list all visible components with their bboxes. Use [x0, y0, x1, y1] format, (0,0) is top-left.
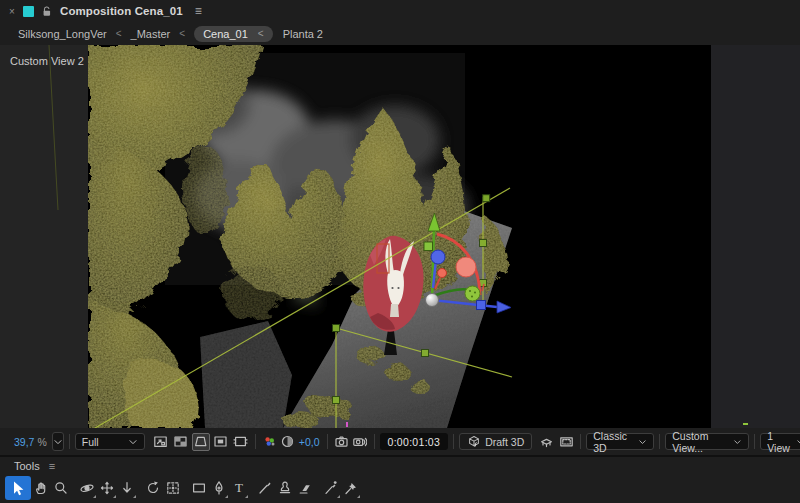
tool-hand[interactable]	[31, 476, 51, 500]
gizmo-small-red-handle[interactable]	[438, 269, 447, 278]
tool-rectangle[interactable]	[189, 476, 209, 500]
breadcrumb-item-root[interactable]: Silksong_LongVer	[18, 28, 107, 40]
draft-3d-button[interactable]: Draft 3D	[459, 433, 532, 450]
close-panel-icon[interactable]: ×	[9, 6, 21, 17]
region-of-interest-icon[interactable]	[212, 433, 230, 451]
tool-dolly-camera[interactable]	[117, 476, 137, 500]
tool-type[interactable]: T	[229, 476, 249, 500]
resolution-icon[interactable]	[279, 433, 297, 451]
breadcrumb-separator: <	[179, 28, 185, 39]
breadcrumb-item-active[interactable]: Cena_01 <	[194, 26, 273, 42]
grid-and-guide-options-icon[interactable]	[152, 433, 170, 451]
show-snapshot-icon[interactable]	[351, 433, 369, 451]
panel-color-swatch	[23, 6, 34, 17]
chevron-down-icon	[796, 437, 800, 447]
extended-viewer-icon[interactable]	[557, 433, 575, 451]
timecode-field[interactable]: 0:00:01:03	[380, 433, 449, 450]
tool-zoom[interactable]	[51, 476, 71, 500]
panel-menu-icon[interactable]: ≡	[195, 4, 202, 18]
draft-3d-label: Draft 3D	[485, 436, 524, 448]
gizmo-x-handle[interactable]	[477, 301, 486, 310]
tool-pan-behind-anchor[interactable]	[163, 476, 183, 500]
panel-title[interactable]: Composition Cena_01	[60, 5, 183, 17]
renderer-value: Classic 3D	[593, 430, 638, 454]
gizmo-rotate-x-handle[interactable]	[456, 257, 476, 277]
tool-orbit-camera[interactable]	[77, 476, 97, 500]
tool-rotation[interactable]	[143, 476, 163, 500]
tools-panel-menu-icon[interactable]: ≡	[49, 460, 55, 472]
pasteboard-left	[0, 45, 88, 428]
exposure-value[interactable]: +0,0	[299, 436, 320, 448]
breadcrumb-separator: <	[116, 28, 122, 39]
magnification-dropdown[interactable]: Full	[75, 433, 145, 450]
gizmo-green-handle[interactable]	[465, 286, 480, 301]
draft-3d-cube-icon	[467, 435, 481, 449]
green-tick	[743, 423, 748, 425]
tool-roto-brush[interactable]	[321, 476, 341, 500]
view-label: Custom View 2	[10, 55, 84, 67]
chevron-down-icon	[638, 437, 647, 447]
renderer-dropdown[interactable]: Classic 3D	[586, 433, 654, 450]
chevron-down-icon	[128, 437, 138, 447]
tools-panel-title: Tools	[14, 460, 40, 472]
tool-selection[interactable]	[5, 476, 31, 500]
magenta-tick	[346, 422, 348, 427]
composition-viewport[interactable]: Custom View 2	[0, 45, 800, 429]
tools-row: T	[0, 474, 800, 501]
breadcrumb-separator: <	[258, 28, 264, 39]
tool-eraser[interactable]	[295, 476, 315, 500]
view-layout-value: 1 View	[767, 430, 796, 454]
chevron-down-icon	[733, 437, 742, 447]
show-channel-icon[interactable]	[261, 433, 279, 451]
magnification-value: Full	[82, 436, 99, 448]
viewer-toolbar: 39,7 % Full	[0, 428, 800, 455]
pixel-aspect-correction-icon[interactable]	[232, 433, 250, 451]
type-tool-glyph: T	[235, 481, 243, 494]
composition-scene[interactable]	[0, 45, 800, 428]
snapshot-icon[interactable]	[333, 433, 351, 451]
unlock-icon[interactable]	[41, 5, 53, 17]
transparency-grid-icon[interactable]	[172, 433, 190, 451]
gizmo-y-handle[interactable]	[424, 242, 433, 251]
tool-clone-stamp[interactable]	[275, 476, 295, 500]
tools-panel: Tools ≡	[0, 455, 800, 503]
view-layout-dropdown[interactable]: 1 View	[760, 433, 800, 450]
breadcrumb: Silksong_LongVer < _Master < Cena_01 < P…	[0, 22, 800, 45]
tool-pen[interactable]	[209, 476, 229, 500]
tool-puppet-pin[interactable]	[341, 476, 361, 500]
pasteboard-right	[711, 45, 800, 428]
after-effects-window: × Composition Cena_01 ≡ Silksong_LongVer…	[0, 0, 800, 503]
breadcrumb-active-label: Cena_01	[203, 28, 248, 40]
gizmo-blue-handle[interactable]	[431, 250, 445, 264]
breadcrumb-item-master[interactable]: _Master	[131, 28, 171, 40]
view-name-value: Custom View...	[672, 430, 733, 454]
tool-brush[interactable]	[255, 476, 275, 500]
gizmo-anchor[interactable]	[426, 294, 439, 307]
composition-panel-tabbar: × Composition Cena_01 ≡	[0, 0, 800, 22]
mask-and-shape-visibility-icon[interactable]	[192, 433, 210, 451]
breadcrumb-item-planta[interactable]: Planta 2	[283, 28, 323, 40]
zoom-percentage[interactable]: 39,7	[14, 436, 34, 448]
ground-plane-icon[interactable]	[537, 433, 555, 451]
chevron-down-icon	[53, 437, 63, 447]
view-dropdown[interactable]: Custom View...	[665, 433, 749, 450]
zoom-dropdown-button[interactable]	[52, 432, 64, 451]
zoom-unit: %	[37, 436, 46, 448]
tool-pan-camera[interactable]	[97, 476, 117, 500]
